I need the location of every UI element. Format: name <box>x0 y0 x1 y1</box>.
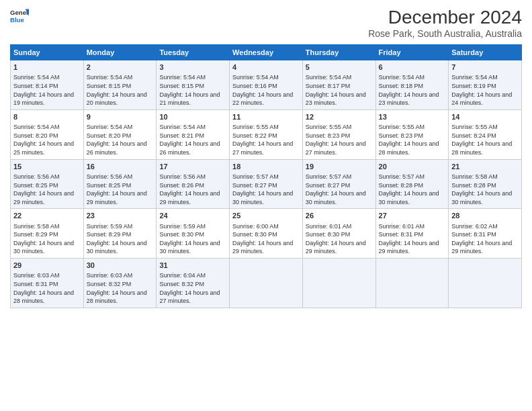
daylight-text: Daylight: 14 hours and 25 minutes. <box>13 140 74 156</box>
table-row: 12Sunrise: 5:55 AMSunset: 8:23 PMDayligh… <box>302 109 375 159</box>
day-number: 6 <box>379 62 446 73</box>
header-row: Sunday Monday Tuesday Wednesday Thursday… <box>11 45 522 60</box>
sunset-text: Sunset: 8:32 PM <box>159 281 204 287</box>
table-row: 28Sunrise: 6:02 AMSunset: 8:31 PMDayligh… <box>449 209 522 259</box>
sunrise-text: Sunrise: 5:55 AM <box>379 124 425 130</box>
sunset-text: Sunset: 8:29 PM <box>87 231 132 238</box>
sunrise-text: Sunrise: 5:58 AM <box>13 223 60 230</box>
sunset-text: Sunset: 8:18 PM <box>379 83 424 89</box>
sunset-text: Sunset: 8:32 PM <box>87 281 132 287</box>
daylight-text: Daylight: 14 hours and 19 minutes. <box>13 91 74 107</box>
table-row: 6Sunrise: 5:54 AMSunset: 8:18 PMDaylight… <box>375 60 449 110</box>
daylight-text: Daylight: 14 hours and 21 minutes. <box>159 91 220 107</box>
sunset-text: Sunset: 8:28 PM <box>379 182 424 189</box>
sunrise-text: Sunrise: 6:03 AM <box>13 272 60 279</box>
logo-icon: General Blue <box>10 7 29 26</box>
col-sunday: Sunday <box>11 45 84 60</box>
sunset-text: Sunset: 8:31 PM <box>13 281 58 287</box>
daylight-text: Daylight: 14 hours and 29 minutes. <box>379 240 439 255</box>
col-tuesday: Tuesday <box>157 45 230 60</box>
day-number: 15 <box>13 162 81 172</box>
daylight-text: Daylight: 14 hours and 27 minutes. <box>159 289 220 305</box>
sunrise-text: Sunrise: 5:54 AM <box>379 74 425 81</box>
subtitle: Rose Park, South Australia, Australia <box>368 28 522 39</box>
day-number: 30 <box>87 261 154 271</box>
sunrise-text: Sunrise: 5:59 AM <box>159 223 206 230</box>
sunrise-text: Sunrise: 5:54 AM <box>13 74 60 81</box>
table-row <box>449 259 522 308</box>
table-row: 19Sunrise: 5:57 AMSunset: 8:27 PMDayligh… <box>302 159 375 209</box>
daylight-text: Daylight: 14 hours and 30 minutes. <box>379 190 439 205</box>
svg-text:Blue: Blue <box>10 16 24 24</box>
table-row: 24Sunrise: 5:59 AMSunset: 8:30 PMDayligh… <box>157 209 230 259</box>
day-number: 9 <box>87 112 154 122</box>
table-row: 29Sunrise: 6:03 AMSunset: 8:31 PMDayligh… <box>11 259 84 308</box>
daylight-text: Daylight: 14 hours and 27 minutes. <box>232 140 293 156</box>
sunset-text: Sunset: 8:25 PM <box>13 182 58 189</box>
day-number: 11 <box>232 112 300 122</box>
day-number: 5 <box>306 62 373 73</box>
day-number: 29 <box>13 261 81 271</box>
table-row: 20Sunrise: 5:57 AMSunset: 8:28 PMDayligh… <box>375 159 449 209</box>
sunset-text: Sunset: 8:20 PM <box>13 132 58 139</box>
table-row: 31Sunrise: 6:04 AMSunset: 8:32 PMDayligh… <box>157 259 230 308</box>
sunrise-text: Sunrise: 5:57 AM <box>306 173 352 180</box>
day-number: 27 <box>379 211 446 221</box>
daylight-text: Daylight: 14 hours and 30 minutes. <box>87 240 147 255</box>
header: General Blue December 2024 Rose Park, So… <box>10 7 522 39</box>
table-row: 10Sunrise: 5:54 AMSunset: 8:21 PMDayligh… <box>157 109 230 159</box>
day-number: 2 <box>87 62 154 73</box>
sunrise-text: Sunrise: 6:03 AM <box>87 272 133 279</box>
calendar-week-1: 1Sunrise: 5:54 AMSunset: 8:14 PMDaylight… <box>11 60 522 110</box>
daylight-text: Daylight: 14 hours and 26 minutes. <box>87 140 147 156</box>
sunset-text: Sunset: 8:14 PM <box>13 83 58 89</box>
col-monday: Monday <box>83 45 157 60</box>
table-row: 8Sunrise: 5:54 AMSunset: 8:20 PMDaylight… <box>11 109 84 159</box>
day-number: 25 <box>232 211 300 221</box>
title-block: December 2024 Rose Park, South Australia… <box>368 7 522 39</box>
daylight-text: Daylight: 14 hours and 29 minutes. <box>13 190 74 205</box>
table-row: 4Sunrise: 5:54 AMSunset: 8:16 PMDaylight… <box>230 60 303 110</box>
daylight-text: Daylight: 14 hours and 29 minutes. <box>159 190 220 205</box>
sunrise-text: Sunrise: 6:01 AM <box>379 223 425 230</box>
sunrise-text: Sunrise: 5:59 AM <box>87 223 133 230</box>
sunset-text: Sunset: 8:20 PM <box>87 132 132 139</box>
daylight-text: Daylight: 14 hours and 30 minutes. <box>306 190 366 205</box>
table-row: 1Sunrise: 5:54 AMSunset: 8:14 PMDaylight… <box>11 60 84 110</box>
table-row: 3Sunrise: 5:54 AMSunset: 8:15 PMDaylight… <box>157 60 230 110</box>
day-number: 19 <box>306 162 373 172</box>
sunset-text: Sunset: 8:17 PM <box>306 83 351 89</box>
day-number: 1 <box>13 62 81 73</box>
daylight-text: Daylight: 14 hours and 30 minutes. <box>451 190 512 205</box>
table-row: 16Sunrise: 5:56 AMSunset: 8:25 PMDayligh… <box>83 159 157 209</box>
day-number: 26 <box>306 211 373 221</box>
daylight-text: Daylight: 14 hours and 30 minutes. <box>13 240 74 255</box>
sunset-text: Sunset: 8:22 PM <box>232 132 277 139</box>
daylight-text: Daylight: 14 hours and 29 minutes. <box>306 240 366 255</box>
day-number: 31 <box>159 261 226 271</box>
daylight-text: Daylight: 14 hours and 28 minutes. <box>13 289 74 305</box>
sunset-text: Sunset: 8:29 PM <box>13 231 58 238</box>
day-number: 20 <box>379 162 446 172</box>
sunrise-text: Sunrise: 5:56 AM <box>87 173 133 180</box>
table-row: 13Sunrise: 5:55 AMSunset: 8:23 PMDayligh… <box>375 109 449 159</box>
sunrise-text: Sunrise: 5:56 AM <box>13 173 60 180</box>
sunrise-text: Sunrise: 5:54 AM <box>159 74 206 81</box>
day-number: 24 <box>159 211 226 221</box>
day-number: 3 <box>159 62 226 73</box>
table-row: 9Sunrise: 5:54 AMSunset: 8:20 PMDaylight… <box>83 109 157 159</box>
day-number: 21 <box>451 162 519 172</box>
day-number: 23 <box>87 211 154 221</box>
table-row: 5Sunrise: 5:54 AMSunset: 8:17 PMDaylight… <box>302 60 375 110</box>
daylight-text: Daylight: 14 hours and 26 minutes. <box>159 140 220 156</box>
calendar-table: Sunday Monday Tuesday Wednesday Thursday… <box>10 44 522 308</box>
logo: General Blue <box>10 7 29 26</box>
sunrise-text: Sunrise: 5:57 AM <box>379 173 425 180</box>
sunset-text: Sunset: 8:19 PM <box>451 83 496 89</box>
col-friday: Friday <box>375 45 449 60</box>
sunset-text: Sunset: 8:27 PM <box>232 182 277 189</box>
sunrise-text: Sunrise: 5:55 AM <box>451 124 498 130</box>
sunrise-text: Sunrise: 6:01 AM <box>306 223 352 230</box>
daylight-text: Daylight: 14 hours and 24 minutes. <box>451 91 512 107</box>
sunset-text: Sunset: 8:16 PM <box>232 83 277 89</box>
